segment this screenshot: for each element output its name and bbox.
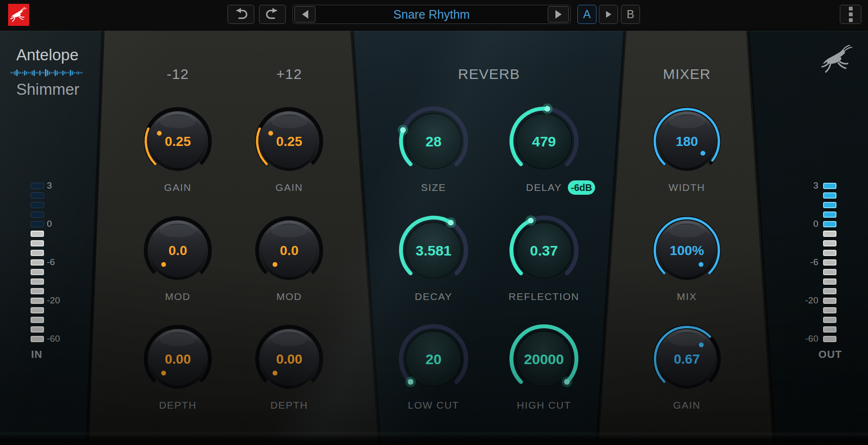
in-meter-segment xyxy=(31,231,44,237)
pitch-down-gain-knob[interactable]: 0.25 xyxy=(137,100,218,182)
svg-text:0.25: 0.25 xyxy=(276,134,303,149)
out-meter-segment xyxy=(823,240,836,246)
out-meter-tick: -20 xyxy=(790,295,818,306)
out-meter-segment xyxy=(823,183,836,189)
mixer-gain-label: GAIN xyxy=(641,400,732,411)
brand-block: Antelope Shimmer xyxy=(16,46,85,99)
antelope-brand-logo[interactable] xyxy=(8,4,29,26)
out-meter-tick: 0 xyxy=(790,219,818,229)
delay-level-badge[interactable]: -6dB xyxy=(568,180,595,195)
redo-button[interactable] xyxy=(259,5,286,24)
ab-compare-b-button[interactable]: B xyxy=(621,5,640,24)
mixer-width-label: WIDTH xyxy=(641,182,732,193)
pitch-down-gain-label: GAIN xyxy=(132,182,223,193)
rack-bottom-bevel xyxy=(0,433,868,445)
in-meter-tick: 0 xyxy=(47,219,52,229)
pitch-down-depth: 0.00DEPTH xyxy=(132,318,223,411)
out-meter-segment xyxy=(823,326,836,333)
svg-text:100%: 100% xyxy=(670,243,704,258)
pitch-down-gain: 0.25GAIN xyxy=(132,100,223,193)
pitch-down-depth-knob[interactable]: 0.00 xyxy=(137,318,218,400)
pitch-up-gain-knob[interactable]: 0.25 xyxy=(249,100,330,182)
out-meter-segment xyxy=(823,336,836,342)
in-meter-segment xyxy=(31,317,44,323)
in-meter-tick: -60 xyxy=(47,334,60,344)
pitch-down-mod: 0.0MOD xyxy=(132,210,223,302)
svg-text:20: 20 xyxy=(425,351,441,367)
reverb-reflection-knob[interactable]: 0.37 xyxy=(503,210,585,291)
reverb-high-cut-knob[interactable]: 20000 xyxy=(503,318,585,400)
in-meter-segment xyxy=(31,211,44,218)
pitch-down-header: -12 xyxy=(167,66,189,82)
pitch-up-gain: 0.25GAIN xyxy=(244,100,335,193)
out-meter-segment xyxy=(823,307,836,313)
svg-text:0.00: 0.00 xyxy=(165,352,191,367)
reverb-high-cut: 20000HIGH CUT xyxy=(499,318,589,411)
reverb-decay-knob[interactable]: 3.581 xyxy=(393,210,474,291)
reverb-reflection-label: REFLECTION xyxy=(499,291,589,302)
top-bar: Snare Rhythm A B xyxy=(0,0,868,30)
out-meter-segment xyxy=(823,288,836,294)
meter-in-label: IN xyxy=(25,348,49,361)
in-meter-tick: 3 xyxy=(47,180,52,191)
preset-title[interactable]: Snare Rhythm xyxy=(317,8,546,22)
in-meter-segment xyxy=(31,259,44,266)
preset-bar: Snare Rhythm xyxy=(293,5,571,24)
mixer-width: 180WIDTH xyxy=(641,100,732,193)
out-meter-tick: -6 xyxy=(790,257,818,267)
svg-text:0.67: 0.67 xyxy=(674,352,700,367)
left-triangle-icon xyxy=(302,10,308,19)
mixer-mix: 100%MIX xyxy=(641,210,732,302)
svg-text:3.581: 3.581 xyxy=(415,243,451,258)
svg-text:479: 479 xyxy=(532,134,556,149)
reverb-decay: 3.581DECAY xyxy=(388,210,479,302)
brand-name: Antelope xyxy=(16,46,85,64)
reverb-low-cut-knob[interactable]: 20 xyxy=(393,318,474,400)
out-meter-segment xyxy=(823,269,836,275)
mixer-gain-knob[interactable]: 0.67 xyxy=(646,318,727,400)
out-meter-tick: -60 xyxy=(790,334,818,344)
svg-text:0.37: 0.37 xyxy=(530,243,558,258)
reverb-decay-label: DECAY xyxy=(388,291,479,302)
in-meter-segment xyxy=(31,183,44,189)
ab-copy-arrow-button[interactable] xyxy=(599,5,618,24)
kebab-menu-icon xyxy=(849,5,853,24)
preset-prev-button[interactable] xyxy=(294,6,315,22)
reverb-delay-knob[interactable]: 479 xyxy=(503,100,585,182)
pitch-up-mod-knob[interactable]: 0.0 xyxy=(249,210,330,291)
in-meter-segment xyxy=(31,202,44,208)
out-meter-segment xyxy=(823,298,836,304)
reverb-size: 28SIZE xyxy=(388,100,479,193)
in-meter-segment xyxy=(31,307,44,313)
pitch-up-mod-label: MOD xyxy=(244,291,335,302)
svg-text:20000: 20000 xyxy=(524,351,564,367)
mixer-mix-label: MIX xyxy=(641,291,732,302)
right-triangle-icon xyxy=(555,10,562,19)
pitch-down-mod-knob[interactable]: 0.0 xyxy=(137,210,218,291)
pitch-up-depth: 0.00DEPTH xyxy=(244,318,335,411)
pitch-up-depth-knob[interactable]: 0.00 xyxy=(249,318,330,400)
in-meter-segment xyxy=(31,336,44,342)
mixer-mix-knob[interactable]: 100% xyxy=(646,210,727,291)
in-meter-segment xyxy=(31,221,44,227)
antelope-watermark-icon xyxy=(821,44,854,75)
undo-button[interactable] xyxy=(228,5,254,24)
out-meter-segment xyxy=(823,278,836,285)
rack-top-bevel xyxy=(0,30,868,32)
product-name: Shimmer xyxy=(16,80,85,99)
menu-kebab-button[interactable] xyxy=(840,5,861,24)
pitch-down-mod-label: MOD xyxy=(132,291,223,302)
ab-compare-a-button[interactable]: A xyxy=(577,5,597,24)
out-meter-segment xyxy=(823,221,836,227)
in-meter-segment xyxy=(31,288,44,294)
meter-out-label: OUT xyxy=(815,348,845,361)
reverb-size-knob[interactable]: 28 xyxy=(393,100,474,182)
mixer-width-knob[interactable]: 180 xyxy=(646,100,727,182)
in-meter-segment xyxy=(31,240,44,246)
in-meter-segment xyxy=(31,326,44,333)
out-meter-segment xyxy=(823,259,836,266)
redo-icon xyxy=(264,7,281,22)
out-meter-tick: 3 xyxy=(790,180,818,191)
preset-next-button[interactable] xyxy=(548,6,569,22)
out-meter-segment xyxy=(823,231,836,237)
